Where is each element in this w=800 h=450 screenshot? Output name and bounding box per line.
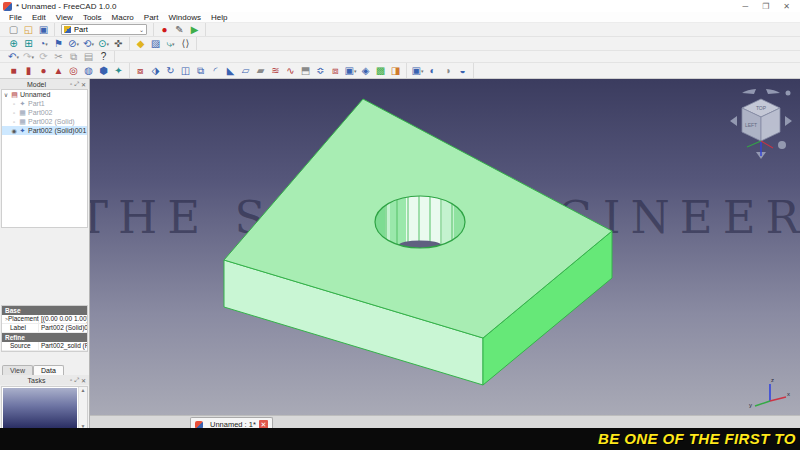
boolean-cut-icon[interactable]: ◑	[441, 65, 454, 77]
section-icon[interactable]: ⬒	[299, 65, 312, 77]
rotate-left-arrow-icon[interactable]	[730, 116, 737, 126]
fit-all-icon[interactable]: ⊕	[7, 38, 20, 50]
thickness-icon[interactable]: ▣▾	[344, 65, 357, 77]
menu-file[interactable]: File	[4, 13, 27, 22]
tab-data[interactable]: Data	[33, 365, 64, 375]
macro-record-icon[interactable]: ●	[158, 24, 171, 36]
revolve-icon[interactable]: ↻	[164, 65, 177, 77]
make-face-icon[interactable]: ▱	[239, 65, 252, 77]
tube-icon[interactable]: ◍	[82, 65, 95, 77]
rotate-right-arrow-icon[interactable]	[785, 116, 792, 126]
sphere-icon[interactable]: ●	[37, 65, 50, 77]
tree-item-unnamed[interactable]: ∨▤Unnamed	[2, 90, 87, 99]
mirror-icon[interactable]: ◫	[179, 65, 192, 77]
nav-cube-menu-icon[interactable]	[786, 91, 791, 96]
undo-icon[interactable]: ↶▾	[7, 51, 20, 63]
float-button[interactable]: ⤢	[74, 377, 79, 384]
compound-icon[interactable]: ▣▾	[411, 65, 424, 77]
cone-icon[interactable]: ▲	[52, 65, 65, 77]
sweep-icon[interactable]: ∿	[284, 65, 297, 77]
create-part-icon[interactable]: ◆	[134, 38, 147, 50]
property-row-label[interactable]: LabelPart002 (Solid)001	[2, 324, 87, 333]
float-button[interactable]: ⤢	[74, 81, 79, 88]
offset-icon[interactable]: ⧈	[329, 65, 342, 77]
chamfer-icon[interactable]: ◣	[224, 65, 237, 77]
rotation-icon[interactable]: ⟲▾	[82, 38, 95, 50]
shape-builder-icon[interactable]: ✦	[112, 65, 125, 77]
property-value[interactable]: [(0.00 0.00 1.00); 0.00...	[39, 315, 87, 323]
navigation-cube[interactable]: TOP LEFT	[728, 85, 794, 163]
tree-item-part1[interactable]: ▫✦Part1	[2, 99, 87, 108]
close-button[interactable]: ✕	[783, 2, 790, 11]
view-sphere-icon[interactable]: ◔▾	[37, 38, 50, 50]
tree-item-part002[interactable]: ▫▦Part002	[2, 108, 87, 117]
check-geometry-icon[interactable]: ◈	[359, 65, 372, 77]
property-row-placement[interactable]: >Placement[(0.00 0.00 1.00); 0.00...	[2, 315, 87, 324]
menu-tools[interactable]: Tools	[78, 13, 107, 22]
primitives-icon[interactable]: ⬢	[97, 65, 110, 77]
cut-icon[interactable]: ✂	[52, 51, 65, 63]
menu-windows[interactable]: Windows	[163, 13, 205, 22]
maximize-button[interactable]: ❐	[762, 2, 769, 11]
macro-edit-icon[interactable]: ✎	[173, 24, 186, 36]
draw-style-icon[interactable]: ⊘▾	[67, 38, 80, 50]
tree-item-part002-solid-001[interactable]: ◉✦Part002 (Solid)001	[2, 126, 87, 135]
dock-button[interactable]: ▫	[70, 377, 72, 384]
tree-item-part002-solid-[interactable]: ▫▦Part002 (Solid)	[2, 117, 87, 126]
3d-viewport[interactable]: THE SAVVY ENGINEER	[90, 79, 800, 415]
close-panel-button[interactable]: ✕	[81, 377, 86, 384]
dock-button[interactable]: ▫	[70, 81, 72, 88]
create-group-icon[interactable]: ▨	[149, 38, 162, 50]
part-solid[interactable]	[90, 79, 800, 415]
boolean-union-icon[interactable]: ◒	[456, 65, 469, 77]
make-link-icon[interactable]: ⤷▾	[164, 38, 177, 50]
scroll-up-icon[interactable]: ▲	[81, 387, 86, 393]
fit-selection-icon[interactable]: ⊞	[22, 38, 35, 50]
copy-icon[interactable]: ⧉	[67, 51, 80, 63]
menu-part[interactable]: Part	[139, 13, 164, 22]
defeaturing-icon[interactable]: ▩	[374, 65, 387, 77]
whats-this-icon[interactable]: ?	[97, 51, 110, 63]
color-per-face-icon[interactable]: ◨	[389, 65, 402, 77]
fillet-icon[interactable]: ◜	[209, 65, 222, 77]
ruled-surface-icon[interactable]: ▰	[254, 65, 267, 77]
close-panel-button[interactable]: ✕	[81, 81, 86, 88]
menu-help[interactable]: Help	[206, 13, 232, 22]
paste-icon[interactable]: ▤	[82, 51, 95, 63]
boolean-icon[interactable]: ◐	[426, 65, 439, 77]
nav-cube-left-label[interactable]: LEFT	[745, 122, 757, 128]
menu-edit[interactable]: Edit	[27, 13, 51, 22]
nav-cube-top-label[interactable]: TOP	[756, 105, 767, 111]
property-group-base[interactable]: Base	[2, 306, 87, 315]
refresh-icon[interactable]: ⟳	[37, 51, 50, 63]
nav-trackball-icon[interactable]	[778, 141, 786, 149]
property-value[interactable]: Part002_solid (Part0...	[39, 342, 87, 350]
torus-icon[interactable]: ◎	[67, 65, 80, 77]
cylinder-icon[interactable]: ▮	[22, 65, 35, 77]
zoom-icon[interactable]: ⊙▾	[97, 38, 110, 50]
tasks-scrollbar[interactable]: ▲ ▼	[78, 387, 87, 429]
minimize-button[interactable]: ─	[742, 2, 748, 11]
macro-play-icon[interactable]: ▶	[188, 24, 201, 36]
workbench-selector[interactable]: Part ⌄	[61, 24, 147, 35]
box-icon[interactable]: ■	[7, 65, 20, 77]
property-value[interactable]: Part002 (Solid)001	[39, 324, 87, 332]
align-view-icon[interactable]: ⚑	[52, 38, 65, 50]
new-document-icon[interactable]: ▢	[7, 24, 20, 36]
property-group-refine[interactable]: Refine	[2, 333, 87, 342]
extrude-icon[interactable]: ⬗	[149, 65, 162, 77]
menu-view[interactable]: View	[51, 13, 78, 22]
property-row-source[interactable]: SourcePart002_solid (Part0...	[2, 342, 87, 351]
tab-view[interactable]: View	[2, 365, 33, 375]
redo-icon[interactable]: ↷▾	[22, 51, 35, 63]
solid-convert-icon[interactable]: ⧇	[134, 65, 147, 77]
scale-icon[interactable]: ⧉	[194, 65, 207, 77]
placement-icon[interactable]: ⟨⟩	[179, 38, 192, 50]
open-icon[interactable]: ◱	[22, 24, 35, 36]
pin-view-icon[interactable]: ✜	[112, 38, 125, 50]
tree-expander-icon[interactable]: ∨	[2, 91, 10, 98]
save-icon[interactable]: ▣	[37, 24, 50, 36]
cross-sections-icon[interactable]: ≎	[314, 65, 327, 77]
menu-macro[interactable]: Macro	[107, 13, 139, 22]
loft-icon[interactable]: ≋	[269, 65, 282, 77]
